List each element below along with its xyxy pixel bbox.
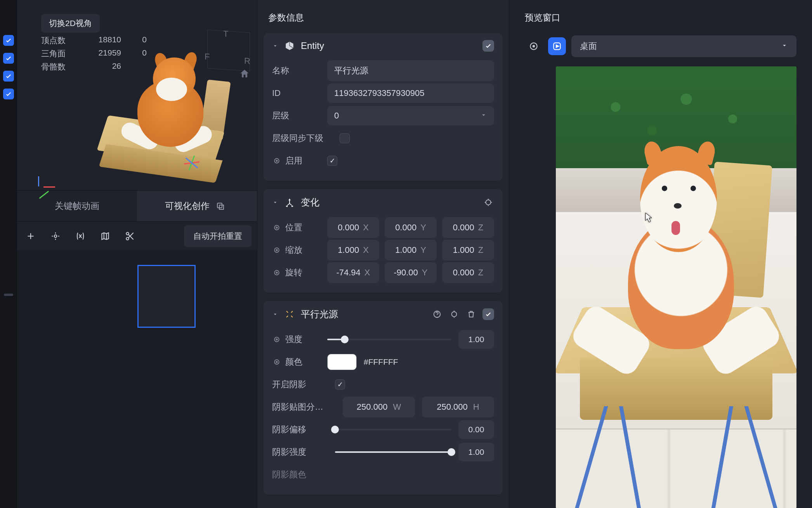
svg-point-11 xyxy=(274,270,279,275)
stat-vertices-label: 顶点数 xyxy=(41,35,72,46)
layer-toggle-1[interactable] xyxy=(3,35,14,46)
svg-point-9 xyxy=(274,248,279,252)
layer-toggle-4[interactable] xyxy=(3,89,14,99)
svg-point-20 xyxy=(533,45,534,47)
shadow-strength-value-input[interactable]: 1.00 xyxy=(458,443,494,461)
animation-tabs: 关键帧动画 可视化创作 xyxy=(17,190,257,221)
scale-x-value: 1.000 xyxy=(338,245,359,255)
layer-toggle-3[interactable] xyxy=(3,71,14,82)
add-icon[interactable] xyxy=(23,228,39,244)
switch-2d-button[interactable]: 切换2D视角 xyxy=(41,14,100,33)
entity-layer-select[interactable]: 0 xyxy=(327,106,494,125)
popout-icon[interactable] xyxy=(216,202,229,211)
chevron-down-icon[interactable] xyxy=(272,311,278,317)
target-icon xyxy=(272,156,281,165)
tab-keyframe[interactable]: 关键帧动画 xyxy=(17,191,137,221)
rotation-y-input[interactable]: -90.00Y xyxy=(385,262,437,283)
axis-y-suffix: Y xyxy=(420,223,426,233)
help-icon[interactable] xyxy=(431,308,443,320)
scene-viewport[interactable]: 切换2D视角 顶点数 18810 0 三角面 21959 0 骨骼数 26 xyxy=(17,0,257,190)
svg-point-15 xyxy=(274,337,279,342)
axis-z-suffix: Z xyxy=(478,223,483,233)
timeline-area[interactable] xyxy=(17,250,257,508)
axis-w-suffix: W xyxy=(393,402,401,412)
target-icon xyxy=(272,268,281,277)
axis-x-suffix: X xyxy=(363,223,369,233)
svg-point-17 xyxy=(274,360,279,364)
entity-id-label: ID xyxy=(272,88,281,98)
svg-point-18 xyxy=(276,361,277,362)
shadow-map-h-input[interactable]: 250.000H xyxy=(422,397,494,418)
entity-enabled-chip[interactable] xyxy=(482,40,494,52)
layer-toggle-2[interactable] xyxy=(3,53,14,64)
transform-gizmo-icon[interactable] xyxy=(180,151,203,174)
intensity-value-input[interactable]: 1.00 xyxy=(458,330,494,349)
target-icon xyxy=(272,245,281,255)
entity-name-input[interactable]: 平行光源 xyxy=(327,60,494,81)
shadow-map-w-input[interactable]: 250.000W xyxy=(343,397,415,418)
shadow-enable-checkbox[interactable] xyxy=(335,379,345,390)
scale-z-input[interactable]: 1.000Z xyxy=(442,240,494,261)
svg-point-4 xyxy=(274,158,279,163)
entity-enabled-checkbox[interactable] xyxy=(327,156,337,166)
scale-label: 缩放 xyxy=(285,244,302,256)
svg-point-16 xyxy=(276,339,277,340)
intensity-slider[interactable] xyxy=(327,339,451,340)
stat-tris-label: 三角面 xyxy=(41,48,72,59)
trash-icon[interactable] xyxy=(465,308,477,320)
home-view-icon[interactable] xyxy=(239,68,250,81)
axis-y-suffix: Y xyxy=(420,245,426,255)
divider xyxy=(4,294,13,296)
entity-sync-label: 层级同步下级 xyxy=(272,132,323,144)
shadow-bias-slider[interactable] xyxy=(335,429,451,430)
shadow-strength-slider[interactable] xyxy=(335,451,451,453)
scissors-icon[interactable] xyxy=(122,228,138,244)
light-enabled-chip[interactable] xyxy=(482,308,494,320)
shadow-map-label: 阴影贴图分… xyxy=(272,401,323,413)
timeline-selected-frame[interactable] xyxy=(137,265,196,328)
device-select-value: 桌面 xyxy=(580,40,597,52)
preview-panel-title: 预览窗口 xyxy=(509,0,812,31)
reset-target-icon[interactable] xyxy=(448,308,460,320)
rotation-x-input[interactable]: -74.94X xyxy=(327,262,379,283)
entity-id-value: 1193632793357930905 xyxy=(334,88,424,98)
position-y-input[interactable]: 0.000Y xyxy=(385,217,437,238)
variable-icon[interactable] xyxy=(72,228,88,244)
shadow-bias-value-input[interactable]: 0.00 xyxy=(458,420,494,439)
center-icon[interactable] xyxy=(47,228,64,244)
rotation-z-value: 0.000 xyxy=(453,268,474,278)
preview-render[interactable] xyxy=(556,66,796,508)
entity-panel: Entity 名称 平行光源 ID 1193632793357930905 层级… xyxy=(264,33,503,181)
scene-illustration xyxy=(87,34,231,182)
position-x-input[interactable]: 0.000X xyxy=(327,217,379,238)
scale-y-input[interactable]: 1.000Y xyxy=(385,240,437,261)
auto-record-reset-button[interactable]: 自动开拍重置 xyxy=(184,225,252,247)
tab-visual-author[interactable]: 可视化创作 xyxy=(137,191,257,221)
scale-z-value: 1.000 xyxy=(453,245,474,255)
map-icon[interactable] xyxy=(97,228,113,244)
rotation-z-input[interactable]: 0.000Z xyxy=(442,262,494,283)
target-mode-icon[interactable] xyxy=(525,37,543,55)
preview-toolbar: 桌面 xyxy=(509,31,812,65)
device-select[interactable]: 桌面 xyxy=(571,35,796,57)
rotation-y-value: -90.00 xyxy=(394,268,418,278)
position-z-value: 0.000 xyxy=(453,223,474,233)
entity-sync-checkbox[interactable] xyxy=(340,133,350,143)
svg-point-1 xyxy=(54,235,57,237)
shadow-map-h-value: 250.000 xyxy=(437,402,468,412)
chevron-down-icon xyxy=(480,111,487,121)
scale-y-value: 1.000 xyxy=(395,245,416,255)
tab-visual-label: 可视化创作 xyxy=(165,200,210,212)
reset-target-icon[interactable] xyxy=(482,197,494,208)
chevron-down-icon[interactable] xyxy=(272,43,278,49)
position-y-value: 0.000 xyxy=(395,223,416,233)
position-z-input[interactable]: 0.000Z xyxy=(442,217,494,238)
entity-title: Entity xyxy=(301,40,324,51)
chevron-down-icon[interactable] xyxy=(272,199,278,205)
scale-x-input[interactable]: 1.000X xyxy=(327,240,379,261)
color-swatch[interactable] xyxy=(327,354,357,370)
position-x-value: 0.000 xyxy=(338,223,359,233)
entity-id-input[interactable]: 1193632793357930905 xyxy=(327,84,494,103)
color-label: 颜色 xyxy=(285,356,302,368)
play-mode-icon[interactable] xyxy=(548,37,566,55)
